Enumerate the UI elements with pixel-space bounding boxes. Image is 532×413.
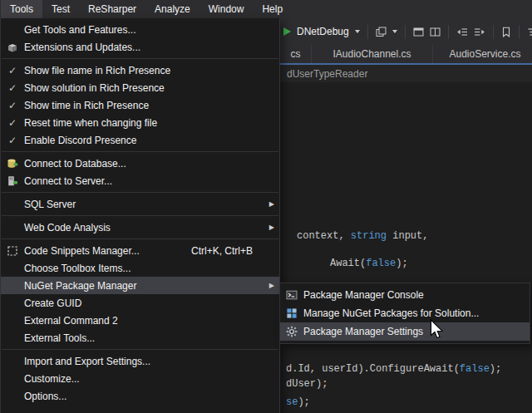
debug-profile-label[interactable]: DNetDebug [297,26,349,37]
check-icon: ✓ [1,135,24,146]
code-editor[interactable]: context, string input,Await(false);d.Id,… [280,82,532,413]
navigation-bar[interactable]: dUserTypeReader [280,65,532,82]
toolbar-separator [493,25,494,39]
tab-label: AudioService.cs [449,48,520,60]
menu-item-shortcut: Ctrl+K, Ctrl+B [191,245,253,257]
indent-icon[interactable] [474,27,485,37]
menu-item-choose-toolbox-items[interactable]: Choose Toolbox Items... [1,259,279,277]
menu-item-package-manager-settings[interactable]: Package Manager Settings [280,322,530,341]
menu-item-enable-discord-presence[interactable]: ✓Enable Discord Presence [1,131,279,149]
menu-separator [2,349,278,350]
layers-icon[interactable] [376,27,387,37]
check-icon: ✓ [1,65,24,76]
menu-item-label: Show file name in Rich Presence [24,65,263,76]
menu-item-label: Show solution in Rich Presence [24,82,263,94]
menubar-item-label: Test [52,3,70,15]
menu-item-customize[interactable]: Customize... [1,370,279,387]
tab-cs[interactable]: cs [280,45,312,63]
check-icon: ✓ [1,117,24,129]
start-debugging-icon[interactable] [283,27,291,36]
menu-item-connect-to-database[interactable]: Connect to Database... [1,155,279,172]
submenu-arrow-icon: ▶ [263,224,274,231]
menu-item-label: Choose Toolbox Items... [24,263,263,274]
code-segment: ); [298,396,309,408]
unindent-icon[interactable] [456,27,468,37]
code-segment: dUser); [286,378,328,390]
code-segment: ); [396,258,407,269]
menu-item-web-code-analysis[interactable]: Web Code Analysis▶ [1,219,279,236]
chevron-down-icon[interactable] [392,30,397,33]
menu-item-label: External Command 2 [24,315,263,327]
menu-item-extensions-and-updates[interactable]: Extensions and Updates... [1,38,279,56]
submenu-arrow-icon: ▶ [263,201,274,208]
tab-iaudiochannel-cs[interactable]: IAudioChannel.cs [312,45,433,63]
console-icon [280,289,303,301]
menu-item-label: Customize... [24,373,263,385]
packages-icon [280,307,303,319]
menu-separator [2,215,278,216]
menubar-item-label: ReSharper [88,3,136,15]
bookmark-icon[interactable] [501,27,511,37]
tab-audioservice-cs[interactable]: AudioService.cs [433,45,532,63]
menu-item-get-tools-and-features[interactable]: Get Tools and Features... [1,21,279,38]
menu-item-external-tools[interactable]: External Tools... [1,329,279,347]
menu-separator [2,151,278,152]
menubar-item-tools[interactable]: Tools [1,0,42,18]
check-icon: ✓ [1,100,24,111]
chevron-down-icon[interactable] [355,30,360,33]
check-icon: ✓ [1,82,24,94]
menu-separator [2,192,278,193]
menu-item-show-file-name-in-rich-presence[interactable]: ✓Show file name in Rich Presence [1,61,279,79]
menubar-item-label: Tools [10,3,33,15]
menu-item-import-and-export-settings[interactable]: Import and Export Settings... [1,352,279,370]
menu-item-label: Reset time when changing file [24,117,263,129]
code-segment: false [366,258,396,269]
menu-item-connect-to-server[interactable]: Connect to Server... [1,172,279,189]
menubar-item-help[interactable]: Help [253,0,292,18]
menubar-item-label: Window [209,3,244,15]
menu-item-options[interactable]: Options... [1,387,279,405]
menu-item-nuget-package-manager[interactable]: NuGet Package Manager▶ [1,277,279,294]
menu-separator [2,58,278,59]
toolbar-separator [405,25,406,39]
menu-item-label: Connect to Server... [24,175,263,187]
menu-item-show-time-in-rich-presence[interactable]: ✓Show time in Rich Presence [1,96,279,114]
breadcrumb-text: dUserTypeReader [287,68,367,80]
toolbar-separator [448,25,449,39]
menu-item-label: NuGet Package Manager [24,280,263,292]
menu-item-package-manager-console[interactable]: Package Manager Console [280,286,530,304]
code-line: Await(false); [330,258,408,269]
code-segment: Await( [330,258,366,269]
menu-item-create-guid[interactable]: Create GUID [1,294,279,312]
menu-item-sql-server[interactable]: SQL Server▶ [1,195,279,213]
outline-icon[interactable] [527,27,532,37]
snippets-icon [1,245,24,257]
menu-item-show-solution-in-rich-presence[interactable]: ✓Show solution in Rich Presence [1,79,279,96]
menu-item-label: Code Snippets Manager... [24,245,176,257]
split-window-icon[interactable] [430,27,441,37]
menu-item-label: Connect to Database... [24,158,263,170]
tab-label: cs [291,48,301,60]
gear-icon [280,326,303,337]
menu-item-label: Extensions and Updates... [24,42,263,53]
menubar-item-test[interactable]: Test [42,0,79,18]
menubar-item-window[interactable]: Window [200,0,254,18]
menu-item-label: Options... [24,391,263,402]
menu-item-external-command-2[interactable]: External Command 2 [1,312,279,329]
toolbar-separator [367,25,368,39]
new-window-icon[interactable] [413,27,424,37]
menu-separator [2,238,278,239]
menu-item-reset-time-when-changing-file[interactable]: ✓Reset time when changing file [1,114,279,131]
code-line: se); [286,396,310,408]
menu-item-label: Web Code Analysis [24,222,263,234]
menu-item-code-snippets-manager[interactable]: Code Snippets Manager...Ctrl+K, Ctrl+B [1,242,279,259]
database-icon [1,158,24,170]
menu-item-label: Package Manager Settings [303,326,513,337]
tools-menu: Get Tools and Features...Extensions and … [0,18,280,413]
menu-item-manage-nuget-packages-for-solution[interactable]: Manage NuGet Packages for Solution... [280,304,530,322]
code-segment: input, [387,230,428,242]
menubar-item-analyze[interactable]: Analyze [145,0,200,18]
menu-item-label: Enable Discord Presence [24,135,263,146]
menubar-item-resharper[interactable]: ReSharper [79,0,145,18]
code-segment: se [286,396,298,408]
